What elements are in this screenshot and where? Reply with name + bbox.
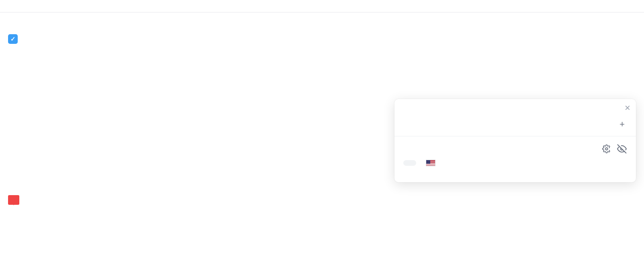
series-legend[interactable]: ✓: [8, 34, 636, 44]
note-tag[interactable]: [403, 160, 416, 166]
close-icon[interactable]: ×: [625, 103, 630, 113]
visibility-off-icon[interactable]: [617, 144, 627, 154]
gear-icon[interactable]: [601, 144, 612, 154]
notes-popover: × +: [394, 99, 636, 182]
note-marker[interactable]: [8, 195, 19, 205]
us-flag-icon: [426, 160, 436, 166]
checkbox-icon[interactable]: ✓: [8, 34, 18, 44]
svg-point-0: [605, 148, 608, 150]
plus-icon: +: [619, 120, 625, 129]
compose-note-button[interactable]: +: [619, 120, 627, 129]
